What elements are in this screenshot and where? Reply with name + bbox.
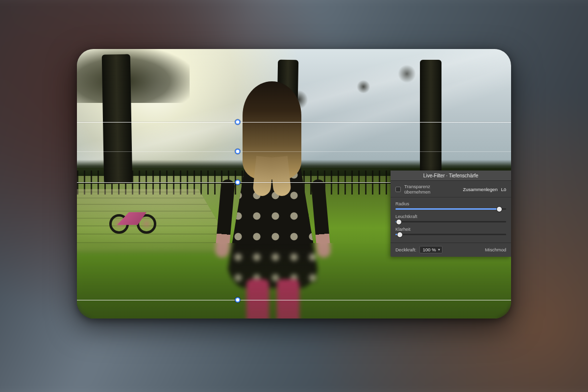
delete-button[interactable]: Lö xyxy=(501,187,506,192)
dof-guide-top[interactable] xyxy=(77,122,511,122)
preserve-alpha-checkbox[interactable] xyxy=(395,187,401,192)
panel-title: Live-Filter · Tiefenschärfe xyxy=(391,171,511,181)
vibrance-slider[interactable]: Leuchtkraft xyxy=(395,214,506,222)
clarity-slider[interactable]: Klarheit xyxy=(395,227,506,235)
radius-thumb[interactable] xyxy=(497,207,502,212)
dof-handle-center[interactable] xyxy=(235,180,240,185)
dof-guide-mid[interactable] xyxy=(77,151,511,152)
dof-handle-top[interactable] xyxy=(235,119,240,124)
clarity-thumb[interactable] xyxy=(397,232,402,237)
editor-canvas-card: Live-Filter · Tiefenschärfe Transparenz … xyxy=(77,49,511,318)
vibrance-thumb[interactable] xyxy=(396,220,401,224)
opacity-value: 100 % xyxy=(423,247,436,252)
chevron-down-icon: ▾ xyxy=(438,247,440,252)
vibrance-label: Leuchtkraft xyxy=(395,214,506,219)
dof-handle-bottom[interactable] xyxy=(235,297,240,302)
bicycle-illustration xyxy=(107,195,166,234)
radius-slider[interactable]: Radius xyxy=(395,201,506,210)
live-filter-panel: Live-Filter · Tiefenschärfe Transparenz … xyxy=(391,171,511,257)
dof-guide-bottom[interactable] xyxy=(77,300,511,300)
opacity-label: Deckkraft: xyxy=(395,247,416,252)
dof-handle-midupper[interactable] xyxy=(235,149,240,154)
merge-button[interactable]: Zusammenlegen xyxy=(463,187,498,192)
radius-label: Radius xyxy=(395,201,506,206)
opacity-dropdown[interactable]: 100 % ▾ xyxy=(419,246,442,253)
clarity-label: Klarheit xyxy=(395,227,506,232)
preserve-alpha-label: Transparenz übernehmen xyxy=(404,184,456,195)
blend-mode-label: Mischmod xyxy=(485,247,506,252)
